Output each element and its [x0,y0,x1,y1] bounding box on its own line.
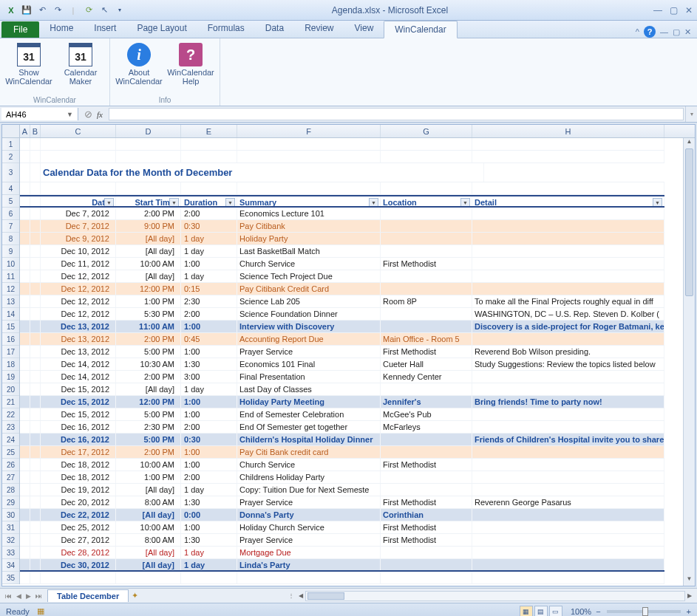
cell-F2[interactable] [237,151,381,162]
row-header-20[interactable]: 20 [2,383,19,396]
col-header-H[interactable]: H [472,125,664,137]
row-header-31[interactable]: 31 [2,521,19,534]
row-header-35[interactable]: 35 [2,572,19,584]
cell-B2[interactable] [30,151,41,162]
cell-dur[interactable]: 2:00 [181,308,237,320]
cell-B22[interactable] [30,408,41,420]
cell-C35[interactable] [41,572,116,584]
cell-A30[interactable] [20,509,30,521]
row-header-25[interactable]: 25 [2,446,19,459]
cell-G4[interactable] [381,182,472,194]
cell-dur[interactable]: 1:00 [181,521,237,533]
cell-B29[interactable] [30,496,41,508]
cell-detail[interactable] [472,559,664,570]
qat-more-icon[interactable]: ▾ [113,4,126,17]
cell-date[interactable]: Dec 18, 2012 [41,471,116,483]
table-row[interactable]: Dec 13, 20125:00 PM1:00Prayer ServiceFir… [20,346,664,358]
formula-bar[interactable] [109,108,684,120]
table-row[interactable]: Dec 13, 20122:00 PM0:45Accounting Report… [20,333,664,346]
cell-A22[interactable] [20,408,30,420]
cell-date[interactable]: Dec 22, 2012 [41,509,116,521]
help-icon[interactable]: ? [644,26,656,38]
cell-C4[interactable] [41,182,116,194]
cell-detail[interactable] [472,383,664,395]
cell-A27[interactable] [20,471,30,483]
row-header-9[interactable]: 9 [2,245,19,258]
row-header-23[interactable]: 23 [2,421,19,434]
cell-B6[interactable] [30,208,41,219]
filter-dropdown-icon[interactable]: ▼ [460,198,470,206]
table-row[interactable]: Dec 30, 2012[All day]1 dayLinda's Party [20,559,664,572]
cell-dur[interactable]: 0:15 [181,283,237,295]
cell-location[interactable]: First Methodist [381,459,472,470]
cell-summary[interactable]: Childrens Holiday Party [237,471,381,483]
cell-B35[interactable] [30,572,41,584]
cell-dur[interactable]: 0:00 [181,509,237,521]
cell-location[interactable]: First Methodist [381,521,472,533]
row-header-19[interactable]: 19 [2,371,19,383]
table-row[interactable]: Dec 28, 2012[All day]1 dayMortgage Due [20,547,664,559]
cell-dur[interactable]: 1:00 [181,408,237,420]
cell-F4[interactable] [237,182,381,194]
cell-date[interactable]: Dec 16, 2012 [41,421,116,433]
sheet-tab-active[interactable]: Table December [47,589,129,602]
cell-start[interactable]: 5:00 PM [116,408,181,420]
table-row[interactable]: Dec 20, 20128:00 AM1:30Prayer ServiceFir… [20,496,664,509]
cell-start[interactable]: [All day] [116,559,181,570]
cell-B21[interactable] [30,396,41,408]
cell-E35[interactable] [181,572,237,584]
cell-detail[interactable] [472,371,664,383]
table-row[interactable]: Dec 12, 201212:00 PM0:15Pay Citibank Cre… [20,283,664,295]
cell-detail[interactable] [472,333,664,345]
cell-B9[interactable] [30,245,41,257]
cell-B7[interactable] [30,220,41,232]
header-date[interactable]: Date▼ [41,196,116,206]
filter-dropdown-icon[interactable]: ▼ [225,198,235,206]
cell-B19[interactable] [30,371,41,383]
table-row[interactable]: Dec 16, 20125:00 PM0:30Childern's Hospit… [20,434,664,446]
header-dur[interactable]: Duration▼ [181,196,237,206]
cell-start[interactable]: 1:00 PM [116,295,181,307]
cell-location[interactable] [381,471,472,483]
table-row[interactable]: Dec 19, 2012[All day]1 dayCopy: Tuition … [20,484,664,496]
cell-start[interactable]: [All day] [116,509,181,521]
cell-start[interactable]: [All day] [116,233,181,244]
cell-summary[interactable]: Mortgage Due [237,547,381,558]
row-header-11[interactable]: 11 [2,270,19,283]
cell-summary[interactable]: Pay Citibank [237,220,381,232]
cell-location[interactable]: McGee's Pub [381,408,472,420]
cell-start[interactable]: [All day] [116,383,181,395]
cell-detail[interactable]: Bring friends! Time to party now! [472,396,664,408]
new-sheet-icon[interactable]: ✦ [132,591,138,600]
cell-A31[interactable] [20,521,30,533]
row-header-3[interactable]: 3 [2,163,19,182]
row-header-2[interactable]: 2 [2,151,19,163]
cell-location[interactable]: Cueter Hall [381,358,472,370]
table-row[interactable]: Dec 16, 20122:30 PM2:00End Of Semester g… [20,421,664,434]
cell-E2[interactable] [181,151,237,162]
cell-A10[interactable] [20,258,30,270]
cell-dur[interactable]: 2:00 [181,421,237,433]
cell-detail[interactable] [472,446,664,458]
col-header-B[interactable]: B [30,125,41,137]
cell-date[interactable]: Dec 15, 2012 [41,396,116,408]
cell-A34[interactable] [20,559,30,570]
cell-dur[interactable]: 1 day [181,233,237,244]
cell-detail[interactable] [472,484,664,496]
table-row[interactable]: Dec 12, 2012[All day]1 dayScience Tech P… [20,270,664,283]
cell-summary[interactable]: Final Presentation [237,371,381,383]
table-row[interactable]: Dec 9, 2012[All day]1 dayHoliday Party [20,233,664,245]
view-layout-icon[interactable]: ▤ [534,606,548,617]
cell-B30[interactable] [30,509,41,521]
cell-D35[interactable] [116,572,181,584]
col-header-A[interactable]: A [20,125,30,137]
table-row[interactable]: Dec 7, 20129:00 PM0:30Pay Citibank [20,220,664,233]
cell-A33[interactable] [20,547,30,558]
row-header-17[interactable]: 17 [2,346,19,358]
cell-start[interactable]: 12:00 PM [116,283,181,295]
select-all-corner[interactable] [2,125,20,137]
cell-B20[interactable] [30,383,41,395]
cell-date[interactable]: Dec 13, 2012 [41,333,116,345]
cell-detail[interactable] [472,547,664,558]
cell-location[interactable] [381,484,472,496]
